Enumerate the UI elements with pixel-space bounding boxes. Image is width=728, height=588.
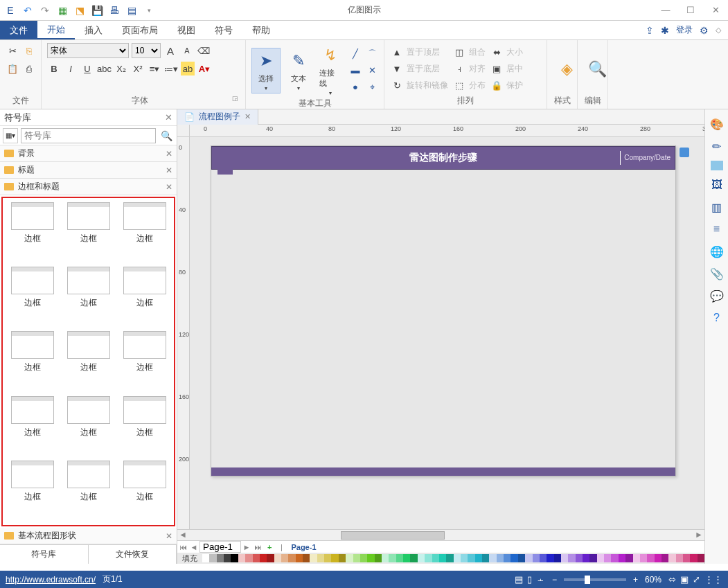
open-icon[interactable]: ⬔ [72, 3, 87, 18]
color-swatch[interactable] [425, 554, 432, 562]
view2-icon[interactable]: ▯ [527, 574, 532, 585]
print-icon[interactable]: 🖶 [107, 3, 122, 18]
color-swatch[interactable] [281, 554, 288, 562]
color-swatch[interactable] [525, 554, 532, 562]
text-panel-icon[interactable]: ≡ [709, 222, 725, 237]
align-icon[interactable]: ⫞ [452, 62, 466, 76]
color-swatch[interactable] [353, 554, 360, 562]
color-swatch[interactable] [339, 554, 346, 562]
fit-page-icon[interactable]: ▣ [680, 574, 689, 585]
tab-start[interactable]: 开始 [37, 21, 75, 39]
page-first-icon[interactable]: ⏮ [177, 543, 188, 551]
tab-symbol[interactable]: 符号 [205, 21, 242, 39]
color-swatch[interactable] [410, 554, 417, 562]
bottom-tab-recover[interactable]: 文件恢复 [89, 545, 177, 564]
shape-item[interactable]: 边框 [6, 396, 59, 456]
shrink-font-icon[interactable]: A [180, 44, 194, 57]
color-swatch[interactable] [468, 554, 474, 562]
color-swatch[interactable] [303, 554, 310, 562]
color-swatch[interactable] [619, 554, 625, 562]
color-swatch[interactable] [489, 554, 496, 562]
collapse-ribbon-icon[interactable]: ◇ [716, 26, 721, 35]
color-swatch[interactable] [662, 554, 668, 562]
strike-icon[interactable]: abc [97, 62, 112, 75]
color-swatch[interactable] [253, 554, 260, 562]
clear-format-icon[interactable]: ⌫ [197, 44, 211, 57]
share2-icon[interactable]: ✱ [661, 25, 669, 36]
tab-insert[interactable]: 插入 [75, 21, 112, 39]
new-icon[interactable]: ▦ [55, 3, 70, 18]
zoom-value[interactable]: 60% [645, 575, 662, 585]
color-swatch[interactable] [454, 554, 461, 562]
shape-item[interactable]: 边框 [62, 396, 115, 456]
color-swatch[interactable] [461, 554, 468, 562]
color-swatch[interactable] [288, 554, 295, 562]
color-swatch[interactable] [698, 554, 704, 562]
tab-help[interactable]: 帮助 [242, 21, 280, 39]
color-swatch[interactable] [396, 554, 403, 562]
shape-item[interactable]: 边框 [118, 331, 171, 391]
add-page-icon[interactable]: + [263, 543, 276, 551]
color-swatch[interactable] [676, 554, 683, 562]
shape-item[interactable]: 边框 [118, 202, 171, 262]
line-icon[interactable]: ╱ [348, 47, 362, 61]
linespacing-icon[interactable]: ≡▾ [148, 62, 161, 75]
bold-icon[interactable]: B [47, 62, 61, 75]
shape-item[interactable]: 边框 [6, 202, 59, 262]
color-swatch[interactable] [504, 554, 511, 562]
save-icon[interactable]: 💾 [89, 3, 105, 18]
section-background[interactable]: 背景✕ [0, 145, 177, 162]
center-icon[interactable]: ▣ [490, 62, 504, 76]
theme-icon[interactable]: 🎨 [709, 116, 725, 132]
doc-tab-close-icon[interactable]: ✕ [245, 112, 251, 121]
color-swatch[interactable] [690, 554, 697, 562]
subscript-icon[interactable]: X₂ [114, 62, 128, 75]
page-select[interactable] [199, 541, 241, 553]
fit-width-icon[interactable]: ⬄ [668, 574, 676, 585]
distribute-icon[interactable]: ⬚ [452, 79, 466, 93]
color-swatch[interactable] [576, 554, 583, 562]
share-icon[interactable]: ⇪ [646, 25, 654, 36]
color-swatch[interactable] [439, 554, 446, 562]
zoom-in-icon[interactable]: + [633, 575, 638, 585]
highlight-icon[interactable]: ab [181, 62, 195, 75]
color-swatch[interactable] [633, 554, 640, 562]
send-back-icon[interactable]: ▼ [390, 62, 404, 76]
color-swatch[interactable] [331, 554, 338, 562]
color-swatch[interactable] [446, 554, 453, 562]
color-swatch[interactable] [324, 554, 331, 562]
page-last-icon[interactable]: ⏭ [252, 543, 263, 551]
bullets-icon[interactable]: ≔▾ [164, 62, 178, 75]
rotate-icon[interactable]: ↻ [390, 79, 404, 93]
grow-font-icon[interactable]: A [163, 44, 177, 57]
shape-item[interactable]: 边框 [6, 461, 59, 521]
color-swatch[interactable] [683, 554, 690, 562]
color-swatch[interactable] [432, 554, 439, 562]
image-icon[interactable]: 🖼 [709, 177, 725, 193]
color-swatch[interactable] [274, 554, 281, 562]
minimize-button[interactable]: — [653, 1, 678, 20]
search-icon[interactable]: 🔍 [159, 128, 174, 143]
document-tab[interactable]: 📄 流程图例子 ✕ [177, 109, 258, 125]
attachment-icon[interactable]: 📎 [709, 266, 725, 281]
panel-close-icon[interactable]: ✕ [165, 112, 172, 123]
color-swatch[interactable] [389, 554, 396, 562]
superscript-icon[interactable]: X² [131, 62, 145, 75]
rect-icon[interactable]: ▬ [348, 64, 362, 78]
size-icon[interactable]: ⬌ [490, 46, 504, 60]
color-swatch[interactable] [518, 554, 525, 562]
page-prev-icon[interactable]: ◄ [188, 543, 199, 551]
connector-tool[interactable]: ↯连接线▾ [317, 43, 344, 98]
shape-item[interactable]: 边框 [118, 461, 171, 521]
tab-view[interactable]: 视图 [168, 21, 205, 39]
zoom-slider[interactable] [564, 578, 626, 581]
close-button[interactable]: ✕ [703, 1, 728, 20]
library-picker-icon[interactable]: ▦▾ [3, 128, 18, 143]
color-swatch[interactable] [310, 554, 317, 562]
crop-icon[interactable]: ⌖ [365, 80, 379, 94]
color-swatch[interactable] [497, 554, 504, 562]
shape-item[interactable]: 边框 [62, 202, 115, 262]
italic-icon[interactable]: I [64, 62, 78, 75]
shape-item[interactable]: 边框 [118, 267, 171, 327]
color-swatch[interactable] [260, 554, 267, 562]
